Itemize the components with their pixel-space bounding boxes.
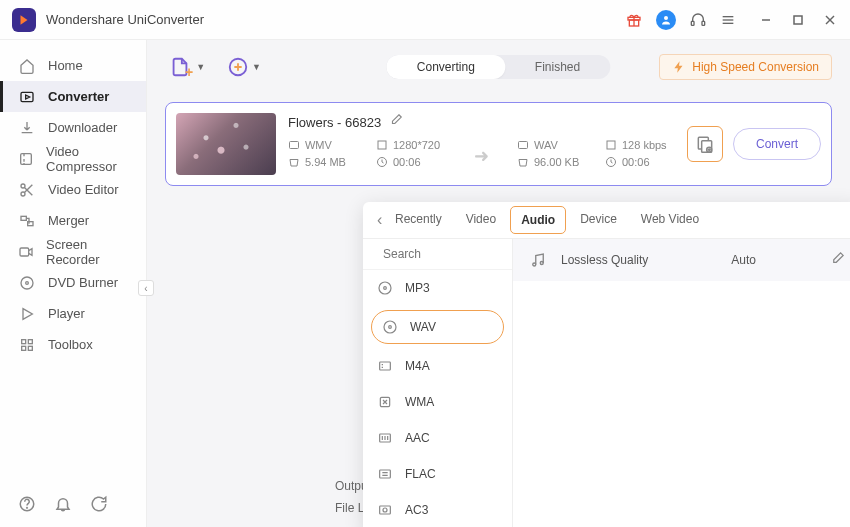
arrow-right-icon: ➜ [474, 145, 489, 167]
sidebar-item-label: DVD Burner [48, 275, 118, 290]
sidebar-item-toolbox[interactable]: Toolbox [0, 329, 146, 360]
maximize-icon[interactable] [790, 12, 806, 28]
dst-duration: 00:06 [622, 156, 650, 168]
svg-rect-12 [21, 92, 33, 101]
format-search-input[interactable] [383, 247, 513, 261]
help-icon[interactable] [18, 495, 36, 517]
sidebar-item-converter[interactable]: Converter [0, 81, 146, 112]
format-item-ac3[interactable]: AC3 [363, 492, 512, 527]
format-label: WAV [410, 320, 436, 334]
popup-tab-audio[interactable]: Audio [510, 206, 566, 234]
popup-tab-webvideo[interactable]: Web Video [629, 202, 711, 238]
dst-format: WAV [534, 139, 558, 151]
main-content: +▼ ▼ Converting Finished High Speed Conv… [147, 40, 850, 527]
bell-icon[interactable] [54, 495, 72, 517]
user-avatar-icon[interactable] [656, 10, 676, 30]
svg-rect-14 [21, 153, 32, 164]
svg-rect-4 [702, 21, 705, 25]
svg-rect-35 [518, 142, 527, 149]
converter-icon [18, 88, 36, 106]
svg-rect-19 [21, 216, 26, 220]
svg-rect-50 [380, 470, 391, 478]
svg-point-16 [21, 192, 25, 196]
sidebar-item-label: Toolbox [48, 337, 93, 352]
sidebar-item-editor[interactable]: Video Editor [0, 174, 146, 205]
svg-point-22 [21, 277, 33, 289]
grid-icon [18, 336, 36, 354]
sidebar-item-downloader[interactable]: Downloader [0, 112, 146, 143]
convert-button[interactable]: Convert [733, 128, 821, 160]
close-icon[interactable] [822, 12, 838, 28]
svg-point-23 [26, 281, 29, 284]
svg-point-52 [383, 508, 387, 512]
format-item-flac[interactable]: FLAC [363, 456, 512, 492]
toolbar: +▼ ▼ Converting Finished High Speed Conv… [147, 40, 850, 94]
sidebar-item-compressor[interactable]: Video Compressor [0, 143, 146, 174]
quality-edit-icon[interactable] [830, 251, 845, 269]
app-title: Wondershare UniConverter [46, 12, 204, 27]
popup-tab-recently[interactable]: Recently [383, 202, 454, 238]
svg-point-44 [384, 287, 387, 290]
titlebar: Wondershare UniConverter [0, 0, 850, 40]
popup-tab-video[interactable]: Video [454, 202, 508, 238]
dst-bitrate: 128 kbps [622, 139, 667, 151]
svg-rect-3 [691, 21, 694, 25]
menu-icon[interactable] [720, 12, 736, 28]
hsc-label: High Speed Conversion [692, 60, 819, 74]
add-file-button[interactable]: +▼ [165, 50, 209, 84]
play-icon [18, 305, 36, 323]
feedback-icon[interactable] [90, 495, 108, 517]
sidebar-item-label: Video Editor [48, 182, 119, 197]
compress-icon [18, 150, 34, 168]
headset-icon[interactable] [690, 12, 706, 28]
format-item-aac[interactable]: AAC [363, 420, 512, 456]
quality-row[interactable]: Lossless Quality Auto [513, 239, 850, 281]
sidebar-item-home[interactable]: Home [0, 50, 146, 81]
tab-finished[interactable]: Finished [505, 55, 610, 79]
rename-icon[interactable] [389, 113, 403, 131]
format-label: MP3 [405, 281, 430, 295]
svg-rect-27 [22, 346, 26, 350]
video-thumbnail[interactable] [176, 113, 276, 175]
dst-size: 96.00 KB [534, 156, 579, 168]
format-item-mp3[interactable]: MP3 [363, 270, 512, 306]
popup-tab-device[interactable]: Device [568, 202, 629, 238]
sidebar-item-recorder[interactable]: Screen Recorder [0, 236, 146, 267]
gift-icon[interactable] [626, 12, 642, 28]
sidebar-item-label: Merger [48, 213, 89, 228]
add-folder-button[interactable]: ▼ [223, 52, 265, 82]
format-list: MP3 WAV M4A WMA AAC FLAC AC3 [363, 239, 513, 527]
segmented-control: Converting Finished [387, 55, 610, 79]
record-icon [18, 243, 34, 261]
file-title: Flowers - 66823 [288, 115, 381, 130]
format-item-wma[interactable]: WMA [363, 384, 512, 420]
svg-rect-32 [289, 142, 298, 149]
svg-rect-33 [378, 141, 386, 149]
sidebar-item-merger[interactable]: Merger [0, 205, 146, 236]
format-popup: ‹ Recently Video Audio Device Web Video … [363, 202, 850, 527]
merge-icon [18, 212, 36, 230]
high-speed-conversion-button[interactable]: High Speed Conversion [659, 54, 832, 80]
sidebar-item-label: Video Compressor [46, 144, 128, 174]
svg-rect-36 [607, 141, 615, 149]
quality-panel: Lossless Quality Auto [513, 239, 850, 527]
minimize-icon[interactable] [758, 12, 774, 28]
src-resolution: 1280*720 [393, 139, 440, 151]
app-logo [12, 8, 36, 32]
svg-rect-25 [22, 339, 26, 343]
svg-rect-28 [28, 346, 32, 350]
sidebar-item-dvd[interactable]: DVD Burner [0, 267, 146, 298]
sidebar-item-label: Downloader [48, 120, 117, 135]
home-icon [18, 57, 36, 75]
sidebar-item-label: Home [48, 58, 83, 73]
src-format: WMV [305, 139, 332, 151]
scissors-icon [18, 181, 36, 199]
sidebar-item-player[interactable]: Player [0, 298, 146, 329]
tab-converting[interactable]: Converting [387, 55, 505, 79]
format-item-m4a[interactable]: M4A [363, 348, 512, 384]
format-label: M4A [405, 359, 430, 373]
format-item-wav[interactable]: WAV [371, 310, 504, 344]
sidebar-item-label: Converter [48, 89, 109, 104]
file-card: Flowers - 66823 WMV 1280*720 5.94 MB 00:… [165, 102, 832, 186]
output-format-button[interactable] [687, 126, 723, 162]
